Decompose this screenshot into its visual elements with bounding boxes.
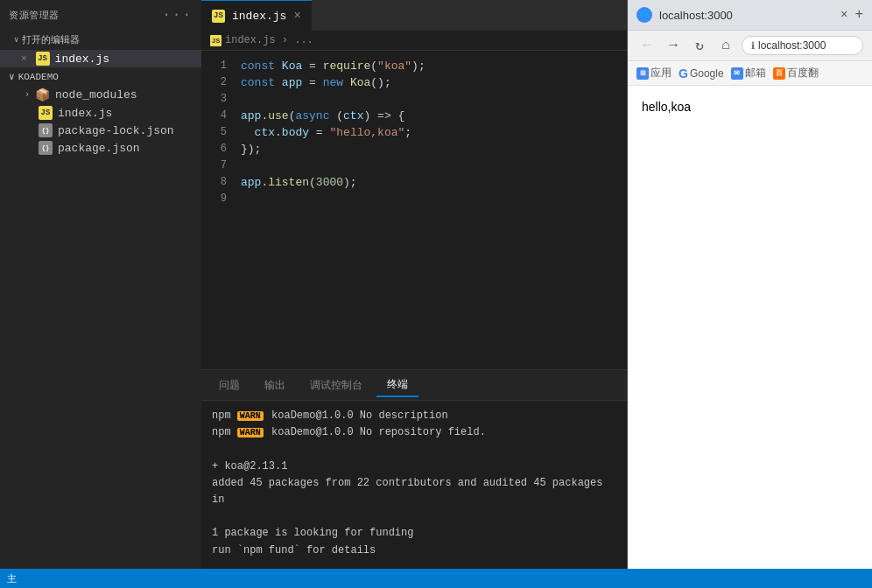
browser-url-bar[interactable]: ℹ localhost:3000 [742,36,863,55]
bookmark-google[interactable]: G Google [679,66,724,80]
sidebar-koademo-section[interactable]: ∨ KOADEMO [0,67,201,86]
tab-close-icon[interactable]: × [293,9,300,23]
tab-indexjs[interactable]: JS index.js × [201,0,312,31]
bookmark-baidu[interactable]: 百 百度翻 [773,66,819,80]
code-line-8: 8 app.listen(3000); [201,174,627,191]
google-g-icon: G [679,66,688,80]
terminal-line-2: npm WARN koaDemo@1.0.0 No repository fie… [212,424,616,441]
line-content-4: app.use(async (ctx) => { [241,108,404,124]
code-line-6: 6 }); [201,141,627,158]
code-line-1: 1 const Koa = require("koa"); [201,58,627,74]
koademo-file-list: › 📦 node_modules JS index.js {} package-… [0,86,201,157]
terminal-line-4: + koa@2.13.1 [212,458,616,475]
panel-area: 问题 输出 调试控制台 终端 npm WARN koaDemo@1.0.0 No… [201,369,627,588]
sidebar-titlebar: 资源管理器 ··· [0,0,201,30]
sidebar-open-editors-section[interactable]: ∨ 打开的编辑器 [0,30,201,50]
terminal-line-8: run `npm fund` for details [212,542,616,559]
panel-tabs: 问题 输出 调试控制台 终端 [201,370,627,401]
tab-problems[interactable]: 问题 [208,374,250,396]
browser-globe-icon: 🌐 [636,7,652,23]
status-bar: 主 [0,569,872,588]
line-content-2: const app = new Koa(); [241,74,391,91]
browser-home-icon[interactable]: ⌂ [715,38,736,53]
apps-label: 应用 [650,66,672,80]
package-json-icon: {} [39,141,53,155]
status-bar-text: 主 [7,572,17,585]
browser-forward-icon[interactable]: → [663,38,684,53]
line-num-2: 2 [201,74,241,91]
bookmark-apps[interactable]: ⊞ 应用 [636,66,672,80]
browser-close-tab-icon[interactable]: × [840,8,847,22]
tab-bar: JS index.js × [201,0,627,31]
terminal-line-6 [212,508,616,525]
sidebar-item-node-modules[interactable]: › 📦 node_modules [0,86,201,104]
node-modules-label: node_modules [55,88,137,102]
sidebar-title: 资源管理器 [9,9,60,22]
sidebar-item-indexjs[interactable]: JS index.js [0,104,201,122]
line-num-7: 7 [201,158,241,174]
line-content-1: const Koa = require("koa"); [241,58,425,74]
browser-content: hello,koa [628,86,872,571]
code-line-3: 3 [201,91,627,108]
line-num-6: 6 [201,141,241,158]
baidu-label: 百度翻 [787,66,819,80]
package-json-label: package.json [58,142,140,155]
indexjs-file-icon: JS [39,106,53,120]
mail-label: 邮箱 [745,66,766,80]
apps-icon: ⊞ [636,67,649,80]
indexjs-label: index.js [58,107,112,120]
code-line-5: 5 ctx.body = "hello,koa"; [201,124,627,141]
line-num-9: 9 [201,191,241,207]
terminal-line-7: 1 package is looking for funding [212,525,616,542]
warn-text-2: koaDemo@1.0.0 No repository field. [265,426,486,438]
warn-text-1: koaDemo@1.0.0 No description [265,410,448,422]
line-num-1: 1 [201,58,241,74]
line-num-4: 4 [201,108,241,124]
line-num-5: 5 [201,124,241,141]
browser-body-text: hello,koa [642,100,691,114]
browser-window: 🌐 localhost:3000 × + ← → ↻ ⌂ ℹ localhost… [627,0,872,588]
koademo-label: KOADEMO [18,72,59,82]
editor-area: JS index.js × JS index.js › ... 1 const … [201,0,627,588]
terminal-content[interactable]: npm WARN koaDemo@1.0.0 No description np… [201,401,627,588]
breadcrumb: JS index.js › ... [201,31,627,51]
code-line-9: 9 [201,191,627,207]
terminal-line-5: added 45 packages from 22 contributors a… [212,475,616,508]
browser-back-icon[interactable]: ← [636,38,658,53]
warn-badge-1: WARN [237,411,264,421]
code-line-7: 7 [201,158,627,174]
sidebar: 资源管理器 ··· ∨ 打开的编辑器 × JS index.js ∨ KOADE… [0,0,201,588]
code-editor[interactable]: 1 const Koa = require("koa"); 2 const ap… [201,51,627,369]
tab-output[interactable]: 输出 [254,374,296,396]
close-open-editor-icon[interactable]: × [21,53,27,64]
sidebar-item-open-indexjs[interactable]: × JS index.js [0,50,201,67]
line-num-8: 8 [201,174,241,191]
code-line-4: 4 app.use(async (ctx) => { [201,108,627,124]
package-lock-label: package-lock.json [58,124,174,137]
google-label: Google [690,67,724,80]
breadcrumb-js-icon: JS [210,35,222,46]
browser-reload-icon[interactable]: ↻ [689,37,710,54]
url-lock-icon: ℹ [751,40,755,52]
sidebar-item-package-json[interactable]: {} package.json [0,139,201,157]
baidu-icon: 百 [773,67,785,80]
line-content-5: ctx.body = "hello,koa"; [241,124,411,141]
npm-prefix-1: npm [212,410,237,422]
sidebar-item-package-lock[interactable]: {} package-lock.json [0,122,201,139]
terminal-line-3 [212,441,616,458]
browser-nav-bar: ← → ↻ ⌂ ℹ localhost:3000 [628,31,872,61]
tab-terminal[interactable]: 终端 [376,374,418,397]
tab-js-icon: JS [212,10,225,23]
bookmark-mail[interactable]: ✉ 邮箱 [731,66,766,80]
open-editors-arrow: ∨ [14,35,18,45]
npm-prefix-2: npm [212,426,237,438]
sidebar-options-icon[interactable]: ··· [162,7,193,23]
tab-label: index.js [232,10,286,23]
tab-debug-console[interactable]: 调试控制台 [299,374,373,396]
browser-tab-url: localhost:3000 [659,9,733,22]
browser-new-tab-icon[interactable]: + [854,7,863,23]
code-line-2: 2 const app = new Koa(); [201,74,627,91]
line-content-8: app.listen(3000); [241,174,357,191]
browser-bookmarks-bar: ⊞ 应用 G Google ✉ 邮箱 百 百度翻 [628,61,872,86]
open-editors-label: 打开的编辑器 [22,33,80,46]
